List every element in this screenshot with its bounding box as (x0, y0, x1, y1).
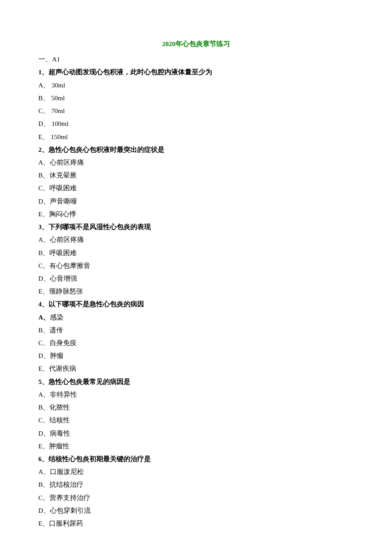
option-b: B、化脓性 (38, 401, 354, 414)
option-d: D、声音嘶哑 (38, 195, 354, 208)
option-text: 感染 (50, 314, 63, 321)
question-number: 2 (38, 146, 42, 153)
option-d: D、心音增强 (38, 272, 354, 285)
option-text: 30ml (50, 81, 65, 89)
option-text: 病毒性 (50, 430, 70, 437)
option-prefix: A、 (38, 391, 50, 398)
option-prefix: A、 (38, 81, 50, 89)
option-e: E、口服利尿药 (38, 517, 354, 530)
option-text: 颈静脉怒张 (49, 288, 83, 295)
option-prefix: A、 (38, 159, 50, 166)
option-b: B、 50ml (38, 92, 354, 105)
option-c: C、自身免疫 (38, 337, 354, 349)
option-text: 呼吸困难 (49, 184, 77, 192)
option-a: A、非特异性 (38, 388, 354, 401)
option-a: A、心前区疼痛 (38, 156, 354, 169)
option-text: 有心包摩擦音 (49, 262, 90, 269)
option-prefix: E、 (38, 210, 49, 218)
option-text: 非特异性 (50, 391, 77, 398)
option-prefix: B、 (38, 326, 49, 334)
option-prefix: B、 (38, 94, 49, 102)
option-prefix: D、 (38, 198, 50, 205)
document-page: 2020年心包炎章节练习 一、A1 1、超声心动图发现心包积液，此时心包腔内液体… (0, 0, 392, 555)
option-b: B、休克晕厥 (38, 169, 354, 182)
option-prefix: C、 (38, 339, 49, 346)
option-text: 自身免疫 (49, 339, 77, 346)
option-prefix: A、 (38, 314, 50, 321)
option-prefix: D、 (38, 430, 50, 437)
question-text: 、急性心包炎最常见的病因是 (42, 378, 130, 385)
question-text: 、超声心动图发现心包积液，此时心包腔内液体量至少为 (42, 68, 212, 76)
document-title: 2020年心包炎章节练习 (38, 38, 354, 50)
option-text: 口服利尿药 (49, 520, 83, 527)
option-text: 代谢疾病 (49, 365, 76, 372)
option-e: E、 150ml (38, 131, 354, 143)
option-e: E、颈静脉怒张 (38, 285, 354, 298)
option-text: 声音嘶哑 (50, 198, 77, 205)
question-stem: 6、结核性心包炎初期最关键的治疗是 (38, 453, 354, 465)
section-label: 一、A1 (38, 53, 354, 66)
option-text: 抗结核治疗 (49, 481, 84, 488)
option-text: 150ml (49, 133, 68, 140)
option-prefix: C、 (38, 184, 49, 192)
option-text: 心音增强 (50, 275, 77, 282)
option-e: E、肿瘤性 (38, 440, 354, 453)
option-d: D、 100ml (38, 117, 354, 130)
question-stem: 1、超声心动图发现心包积液，此时心包腔内液体量至少为 (38, 66, 354, 78)
option-prefix: E、 (38, 365, 49, 372)
option-a: A、 30ml (38, 79, 354, 92)
option-text: 心包穿刺引流 (50, 507, 91, 514)
option-prefix: B、 (38, 249, 49, 256)
question-number: 6 (38, 455, 42, 462)
option-d: D、心包穿刺引流 (38, 504, 354, 517)
option-prefix: B、 (38, 481, 49, 488)
option-text: 肿瘤性 (49, 442, 69, 450)
question-stem: 2、急性心包炎心包积液时最突出的症状是 (38, 143, 354, 156)
option-prefix: C、 (38, 262, 49, 269)
option-prefix: E、 (38, 133, 49, 140)
option-prefix: D、 (38, 352, 50, 359)
option-text: 胸闷心悸 (49, 210, 76, 218)
option-c: C、营养支持治疗 (38, 491, 354, 504)
option-text: 100ml (50, 120, 69, 127)
option-text: 70ml (49, 107, 65, 114)
question-number: 1 (38, 68, 42, 76)
option-a: A、心前区疼痛 (38, 233, 354, 246)
option-prefix: C、 (38, 107, 49, 114)
option-prefix: A、 (38, 468, 50, 475)
question-text: 、下列哪项不是风湿性心包炎的表现 (42, 223, 151, 230)
option-d: D、病毒性 (38, 427, 354, 440)
option-a: A、感染 (38, 311, 354, 324)
option-prefix: B、 (38, 404, 49, 411)
option-c: C、有心包摩擦音 (38, 259, 354, 272)
option-prefix: C、 (38, 494, 49, 501)
question-number: 3 (38, 223, 42, 230)
option-b: B、抗结核治疗 (38, 478, 354, 491)
question-stem: 5、急性心包炎最常见的病因是 (38, 375, 354, 388)
option-text: 休克晕厥 (49, 171, 77, 179)
question-text: 、结核性心包炎初期最关键的治疗是 (42, 455, 151, 462)
option-prefix: E、 (38, 442, 49, 450)
option-prefix: D、 (38, 120, 50, 127)
option-text: 心前区疼痛 (50, 159, 84, 166)
option-text: 肿瘤 (50, 352, 63, 359)
question-text: 、急性心包炎心包积液时最突出的症状是 (42, 146, 164, 153)
option-text: 50ml (49, 94, 65, 102)
option-c: C、呼吸困难 (38, 182, 354, 195)
option-text: 呼吸困难 (49, 249, 77, 256)
option-prefix: D、 (38, 507, 50, 514)
question-stem: 4、以下哪项不是急性心包炎的病因 (38, 298, 354, 311)
question-stem: 3、下列哪项不是风湿性心包炎的表现 (38, 221, 354, 233)
option-text: 口服泼尼松 (50, 468, 84, 475)
option-b: B、遗传 (38, 324, 354, 337)
option-d: D、肿瘤 (38, 349, 354, 362)
option-text: 化脓性 (49, 404, 70, 411)
option-text: 遗传 (49, 326, 63, 334)
option-c: C、结核性 (38, 414, 354, 427)
option-e: E、胸闷心悸 (38, 208, 354, 221)
question-text: 、以下哪项不是急性心包炎的病因 (42, 300, 144, 308)
option-e: E、代谢疾病 (38, 362, 354, 375)
option-prefix: B、 (38, 171, 49, 179)
question-number: 5 (38, 378, 42, 385)
option-prefix: C、 (38, 416, 49, 424)
